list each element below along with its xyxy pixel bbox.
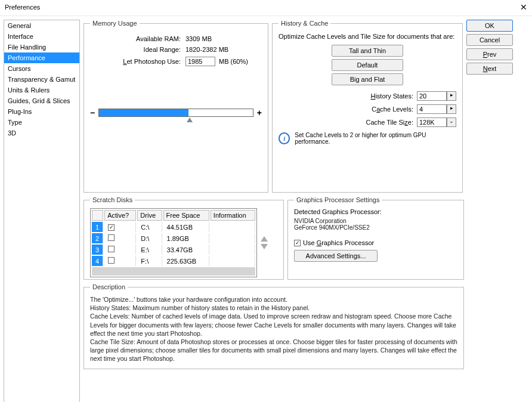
active-cell[interactable]: ✓ bbox=[104, 222, 136, 232]
sidebar-item-3d[interactable]: 3D bbox=[4, 128, 79, 138]
slider-minus[interactable]: − bbox=[90, 108, 95, 117]
ideal-range-value: 1820-2382 MB bbox=[185, 46, 228, 53]
sidebar-item-performance[interactable]: Performance bbox=[4, 52, 79, 63]
info-cell bbox=[211, 256, 255, 266]
gpu-vendor: NVIDIA Corporation bbox=[294, 218, 457, 224]
column-header: Free Space bbox=[163, 210, 209, 221]
gpu-model: GeForce 940MX/PCIe/SSE2 bbox=[294, 224, 457, 231]
free-space-cell: 1.89GB bbox=[163, 233, 209, 243]
default-button[interactable]: Default bbox=[332, 59, 403, 71]
info-cell bbox=[211, 222, 255, 232]
scratch-disks-table: Active?DriveFree SpaceInformation 1✓C:\4… bbox=[90, 208, 257, 277]
description-legend: Description bbox=[90, 283, 128, 290]
sidebar-item-type[interactable]: Type bbox=[4, 117, 79, 128]
free-space-cell: 33.47GB bbox=[163, 245, 209, 255]
history-states-spinner[interactable]: ▸ bbox=[447, 91, 456, 101]
tall-thin-button[interactable]: Tall and Thin bbox=[332, 45, 403, 57]
use-gpu-checkbox[interactable]: ✓ bbox=[294, 240, 301, 246]
prev-button[interactable]: Prev bbox=[466, 48, 513, 60]
window-title: Preferences bbox=[5, 4, 40, 11]
free-space-cell: 44.51GB bbox=[163, 222, 209, 232]
sidebar-item-transparency-gamut[interactable]: Transparency & Gamut bbox=[4, 74, 79, 85]
scratch-legend: Scratch Disks bbox=[90, 196, 135, 203]
description-text: The 'Optimize...' buttons take your hard… bbox=[90, 295, 457, 363]
cache-tile-size-select[interactable] bbox=[417, 117, 447, 127]
gpu-settings-group: Graphics Processor Settings Detected Gra… bbox=[287, 196, 464, 280]
drive-cell: F:\ bbox=[137, 256, 162, 266]
slider-fill bbox=[99, 109, 188, 116]
slider-thumb-icon[interactable] bbox=[187, 117, 193, 122]
cache-tile-size-dropdown[interactable]: ⌄ bbox=[447, 117, 456, 127]
cancel-button[interactable]: Cancel bbox=[466, 34, 513, 46]
gpu-legend: Graphics Processor Settings bbox=[294, 196, 382, 203]
ok-button[interactable]: OK bbox=[466, 20, 513, 32]
table-row[interactable]: 4F:\225.63GB bbox=[92, 256, 255, 266]
ideal-range-label: Ideal Range: bbox=[90, 46, 185, 53]
sidebar-item-guides-grid-slices[interactable]: Guides, Grid & Slices bbox=[4, 95, 79, 106]
info-cell bbox=[211, 233, 255, 243]
scratch-disks-group: Scratch Disks Active?DriveFree SpaceInfo… bbox=[83, 196, 284, 280]
move-up-icon[interactable] bbox=[261, 236, 268, 242]
sidebar-item-units-rulers[interactable]: Units & Rulers bbox=[4, 85, 79, 95]
column-header: Active? bbox=[104, 210, 136, 221]
sidebar-item-cursors[interactable]: Cursors bbox=[4, 63, 79, 74]
table-row[interactable]: 2D:\1.89GB bbox=[92, 233, 255, 243]
drive-cell: E:\ bbox=[137, 245, 162, 255]
info-icon: i bbox=[279, 132, 290, 144]
sidebar-item-general[interactable]: General bbox=[4, 20, 79, 31]
free-space-cell: 225.63GB bbox=[163, 256, 209, 266]
active-cell[interactable] bbox=[104, 233, 136, 243]
history-states-input[interactable] bbox=[417, 91, 447, 101]
big-flat-button[interactable]: Big and Flat bbox=[332, 73, 403, 85]
detected-gpu-label: Detected Graphics Processor: bbox=[294, 208, 457, 215]
active-checkbox[interactable] bbox=[108, 234, 115, 241]
info-cell bbox=[211, 245, 255, 255]
active-cell[interactable] bbox=[104, 256, 136, 266]
cache-levels-input[interactable] bbox=[417, 104, 447, 114]
let-photoshop-use-suffix: MB (60%) bbox=[219, 58, 248, 65]
available-ram-value: 3309 MB bbox=[185, 35, 212, 42]
row-number: 4 bbox=[92, 256, 103, 266]
history-states-label: History States: bbox=[370, 92, 413, 100]
next-button[interactable]: Next bbox=[466, 63, 513, 75]
active-checkbox[interactable] bbox=[108, 257, 115, 264]
cache-levels-label: Cache Levels: bbox=[372, 106, 413, 113]
description-group: Description The 'Optimize...' buttons ta… bbox=[83, 283, 464, 369]
cache-tile-size-label: Cache Tile Size: bbox=[366, 119, 414, 126]
move-down-icon[interactable] bbox=[261, 244, 268, 249]
slider-plus[interactable]: + bbox=[257, 108, 262, 117]
sidebar-item-interface[interactable]: Interface bbox=[4, 31, 79, 42]
history-intro: Optimize Cache Levels and Tile Size for … bbox=[279, 33, 456, 40]
close-icon[interactable]: ✕ bbox=[520, 2, 527, 12]
column-header: Drive bbox=[137, 210, 162, 221]
memory-usage-group: Memory Usage Available RAM: 3309 MB Idea… bbox=[83, 20, 268, 193]
let-photoshop-use-input[interactable] bbox=[185, 57, 215, 66]
drive-cell: D:\ bbox=[137, 233, 162, 243]
history-legend: History & Cache bbox=[279, 20, 330, 27]
column-header: Information bbox=[211, 210, 255, 221]
table-row[interactable]: 3E:\33.47GB bbox=[92, 245, 255, 255]
let-photoshop-use-label: Let Photoshop Use: bbox=[90, 58, 185, 65]
row-number: 2 bbox=[92, 233, 103, 243]
use-gpu-label: Use Graphics Processor bbox=[303, 239, 374, 246]
available-ram-label: Available RAM: bbox=[90, 35, 185, 42]
memory-slider[interactable] bbox=[98, 109, 253, 117]
row-number: 3 bbox=[92, 245, 103, 255]
active-cell[interactable] bbox=[104, 245, 136, 255]
history-cache-group: History & Cache Optimize Cache Levels an… bbox=[272, 20, 463, 193]
drive-cell: C:\ bbox=[137, 222, 162, 232]
active-checkbox[interactable]: ✓ bbox=[108, 224, 115, 231]
sidebar-item-file-handling[interactable]: File Handling bbox=[4, 42, 79, 52]
memory-legend: Memory Usage bbox=[90, 20, 140, 27]
sidebar-item-plug-ins[interactable]: Plug-Ins bbox=[4, 106, 79, 117]
table-row[interactable]: 1✓C:\44.51GB bbox=[92, 222, 255, 232]
row-number: 1 bbox=[92, 222, 103, 232]
category-sidebar: GeneralInterfaceFile HandlingPerformance… bbox=[4, 20, 80, 402]
cache-levels-spinner[interactable]: ▸ bbox=[447, 104, 456, 114]
active-checkbox[interactable] bbox=[108, 246, 115, 252]
advanced-settings-button[interactable]: Advanced Settings... bbox=[294, 250, 378, 262]
cache-tip: Set Cache Levels to 2 or higher for opti… bbox=[295, 132, 456, 145]
